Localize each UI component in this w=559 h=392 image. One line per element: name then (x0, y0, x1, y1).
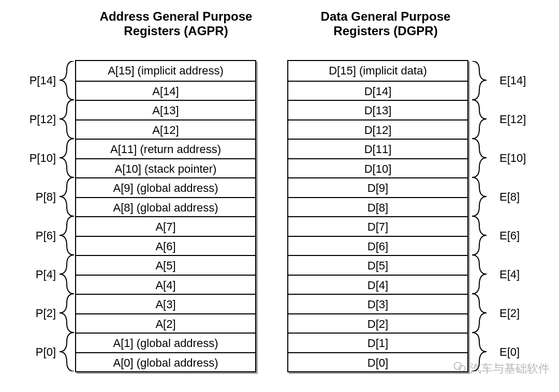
agpr-row: A[11] (return address) (76, 139, 255, 158)
dgpr-row: D[1] (288, 333, 467, 352)
agpr-row: A[2] (76, 313, 255, 333)
dgpr-row: D[11] (288, 139, 467, 158)
agpr-row: A[6] (76, 236, 255, 255)
agpr-table: A[15] (implicit address) A[14] A[13] A[1… (75, 60, 256, 372)
brace-icon (60, 100, 74, 139)
dgpr-row: D[15] (implicit data) (288, 61, 467, 81)
brace-icon (472, 61, 487, 100)
dgpr-row: D[7] (288, 216, 467, 236)
p-label: P[4] (25, 268, 56, 281)
e-label: E[6] (499, 229, 531, 243)
wechat-icon (452, 360, 467, 378)
brace-icon (472, 255, 487, 294)
agpr-row: A[13] (76, 100, 255, 119)
brace-icon (60, 61, 74, 100)
agpr-row: A[5] (76, 255, 255, 275)
e-label: E[8] (499, 190, 531, 204)
agpr-row: A[7] (76, 216, 255, 236)
dgpr-row: D[9] (288, 177, 467, 197)
brace-icon (472, 216, 487, 255)
brace-icon (472, 177, 487, 216)
e-label: E[2] (499, 307, 531, 320)
agpr-row: A[14] (76, 81, 255, 100)
brace-icon (60, 216, 74, 255)
dgpr-row: D[0] (288, 352, 467, 372)
dgpr-row: D[3] (288, 294, 467, 313)
watermark: 汽车与基础软件 (452, 360, 550, 378)
e-label: E[10] (499, 152, 531, 165)
agpr-row: A[10] (stack pointer) (76, 158, 255, 178)
agpr-row: A[1] (global address) (76, 333, 255, 352)
p-label: P[8] (25, 190, 56, 204)
brace-icon (60, 139, 74, 177)
dgpr-row: D[8] (288, 197, 467, 217)
brace-icon (60, 255, 74, 294)
dgpr-title: Data General Purpose Registers (DGPR) (295, 9, 476, 38)
dgpr-row: D[6] (288, 236, 467, 255)
p-label: P[10] (25, 152, 56, 165)
agpr-row: A[3] (76, 294, 255, 313)
brace-icon (60, 294, 74, 333)
dgpr-row: D[12] (288, 119, 467, 139)
agpr-title: Address General Purpose Registers (AGPR) (85, 9, 267, 38)
agpr-row: A[0] (global address) (76, 352, 255, 372)
e-label: E[14] (499, 74, 531, 87)
agpr-row: A[4] (76, 275, 255, 294)
brace-icon (472, 139, 487, 177)
register-diagram: Address General Purpose Registers (AGPR)… (0, 0, 559, 392)
dgpr-row: D[14] (288, 81, 467, 100)
agpr-row: A[15] (implicit address) (76, 61, 255, 81)
agpr-row: A[12] (76, 119, 255, 139)
dgpr-row: D[13] (288, 100, 467, 119)
e-label: E[0] (499, 345, 531, 359)
brace-icon (472, 100, 487, 139)
p-label: P[12] (25, 113, 56, 126)
brace-icon (472, 294, 487, 333)
agpr-row: A[8] (global address) (76, 197, 255, 217)
p-label: P[14] (25, 74, 56, 87)
dgpr-row: D[2] (288, 313, 467, 333)
dgpr-row: D[4] (288, 275, 467, 294)
dgpr-table: D[15] (implicit data) D[14] D[13] D[12] … (287, 60, 468, 372)
e-label: E[4] (499, 268, 531, 281)
watermark-text: 汽车与基础软件 (470, 361, 550, 376)
p-label: P[2] (25, 307, 56, 320)
e-label: E[12] (499, 113, 531, 126)
brace-icon (60, 333, 74, 371)
agpr-row: A[9] (global address) (76, 177, 255, 197)
p-label: P[0] (25, 345, 56, 359)
dgpr-row: D[5] (288, 255, 467, 275)
p-label: P[6] (25, 229, 56, 243)
dgpr-row: D[10] (288, 158, 467, 178)
brace-icon (60, 177, 74, 216)
